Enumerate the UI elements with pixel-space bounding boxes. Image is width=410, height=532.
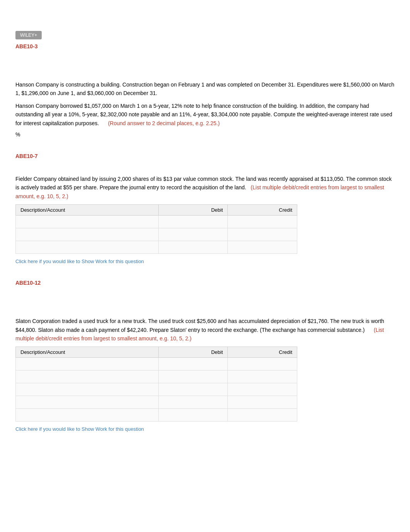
debit-cell[interactable]	[158, 358, 228, 371]
credit-cell[interactable]	[228, 383, 297, 396]
debit-cell[interactable]	[158, 383, 228, 396]
credit-cell[interactable]	[228, 241, 297, 254]
account-input-p3-r4[interactable]	[20, 399, 154, 405]
debit-cell[interactable]	[158, 216, 228, 228]
credit-cell[interactable]	[228, 228, 297, 241]
credit-input-p2-r1[interactable]	[232, 219, 292, 225]
table-row	[16, 241, 297, 254]
credit-input-p3-r1[interactable]	[232, 361, 292, 367]
credit-cell[interactable]	[228, 216, 297, 228]
debit-input-p3-r1[interactable]	[163, 361, 223, 367]
debit-input-p2-r3[interactable]	[163, 245, 223, 250]
table-row	[16, 371, 297, 383]
debit-input-p2-r2[interactable]	[163, 232, 223, 238]
problem-abe10-7: ABE10-7 Fielder Company obtained land by…	[15, 153, 395, 264]
col-header-account-p2: Description/Account	[16, 205, 159, 216]
problem1-text1: Hanson Company is constructing a buildin…	[15, 80, 395, 98]
account-input-p2-r1[interactable]	[20, 219, 154, 225]
credit-input-p3-r5[interactable]	[232, 412, 292, 418]
account-input-p3-r5[interactable]	[20, 412, 154, 418]
debit-input-p3-r5[interactable]	[163, 412, 223, 418]
account-cell[interactable]	[16, 396, 159, 409]
problem2-text: Fielder Company obtained land by issuing…	[15, 175, 395, 201]
col-header-credit-p2: Credit	[228, 205, 297, 216]
credit-cell[interactable]	[228, 409, 297, 422]
account-cell[interactable]	[16, 383, 159, 396]
account-input-p2-r2[interactable]	[20, 232, 154, 238]
problem-id-abe10-12: ABE10-12	[15, 280, 395, 286]
account-cell[interactable]	[16, 358, 159, 371]
account-input-p3-r1[interactable]	[20, 361, 154, 367]
account-cell[interactable]	[16, 409, 159, 422]
journal-table-abe10-7: Description/Account Debit Credit	[15, 204, 297, 254]
problem-id-abe10-3: ABE10-3	[15, 43, 395, 49]
col-header-account-p3: Description/Account	[16, 347, 159, 358]
problem-id-abe10-7: ABE10-7	[15, 153, 395, 159]
debit-input-p2-r1[interactable]	[163, 219, 223, 225]
table-row	[16, 216, 297, 228]
account-input-p3-r2[interactable]	[20, 374, 154, 380]
percent-symbol: %	[15, 131, 20, 138]
show-work-link-p2[interactable]: Click here if you would like to Show Wor…	[15, 258, 144, 264]
problem3-text-main: Slaton Corporation traded a used truck f…	[15, 318, 384, 333]
account-input-p3-r3[interactable]	[20, 387, 154, 393]
debit-cell[interactable]	[158, 371, 228, 383]
logo: WILEY+	[15, 31, 42, 39]
show-work-link-p3[interactable]: Click here if you would like to Show Wor…	[15, 426, 144, 432]
problem-abe10-3: ABE10-3 Hanson Company is constructing a…	[15, 43, 395, 138]
problem-abe10-12: ABE10-12 Slaton Corporation traded a use…	[15, 280, 395, 432]
table-row	[16, 358, 297, 371]
credit-input-p3-r4[interactable]	[232, 399, 292, 405]
table-row	[16, 228, 297, 241]
credit-cell[interactable]	[228, 371, 297, 383]
debit-cell[interactable]	[158, 396, 228, 409]
col-header-debit-p3: Debit	[158, 347, 228, 358]
debit-cell[interactable]	[158, 241, 228, 254]
col-header-credit-p3: Credit	[228, 347, 297, 358]
credit-input-p2-r3[interactable]	[232, 245, 292, 250]
account-input-p2-r3[interactable]	[20, 245, 154, 250]
account-cell[interactable]	[16, 216, 159, 228]
debit-input-p3-r2[interactable]	[163, 374, 223, 380]
credit-cell[interactable]	[228, 358, 297, 371]
credit-input-p2-r2[interactable]	[232, 232, 292, 238]
table-row	[16, 396, 297, 409]
debit-input-p3-r4[interactable]	[163, 399, 223, 405]
problem1-text2: Hanson Company borrowed $1,057,000 on Ma…	[15, 102, 395, 127]
credit-input-p3-r2[interactable]	[232, 374, 292, 380]
percent-answer-area: %	[15, 131, 395, 138]
journal-table-abe10-12: Description/Account Debit Credit	[15, 347, 297, 422]
debit-cell[interactable]	[158, 409, 228, 422]
debit-input-p3-r3[interactable]	[163, 387, 223, 393]
account-cell[interactable]	[16, 371, 159, 383]
account-cell[interactable]	[16, 228, 159, 241]
debit-cell[interactable]	[158, 228, 228, 241]
credit-input-p3-r3[interactable]	[232, 387, 292, 393]
credit-cell[interactable]	[228, 396, 297, 409]
problem3-text: Slaton Corporation traded a used truck f…	[15, 317, 395, 343]
problem1-instruction: (Round answer to 2 decimal places, e.g. …	[108, 120, 220, 126]
col-header-debit-p2: Debit	[158, 205, 228, 216]
table-row	[16, 409, 297, 422]
table-row	[16, 383, 297, 396]
account-cell[interactable]	[16, 241, 159, 254]
